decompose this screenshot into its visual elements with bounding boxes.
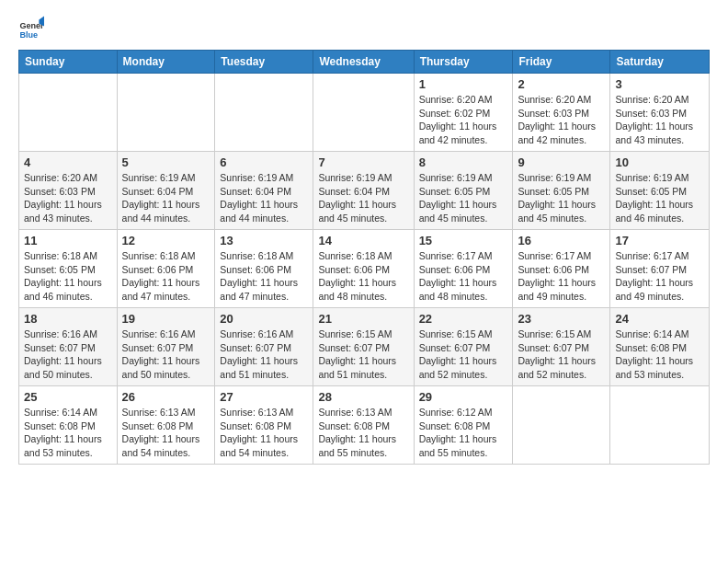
calendar-cell: 23Sunrise: 6:15 AMSunset: 6:07 PMDayligh… — [513, 308, 610, 386]
day-info: Daylight: 11 hours and 42 minutes. — [419, 120, 508, 146]
day-info: Daylight: 11 hours and 55 minutes. — [419, 432, 508, 459]
day-info: Daylight: 11 hours and 50 minutes. — [122, 354, 210, 381]
day-number: 2 — [518, 77, 605, 91]
day-info: Sunrise: 6:12 AM — [419, 406, 508, 419]
calendar-cell: 5Sunrise: 6:19 AMSunset: 6:04 PMDaylight… — [117, 152, 215, 230]
calendar-cell: 10Sunrise: 6:19 AMSunset: 6:05 PMDayligh… — [610, 152, 710, 230]
calendar-cell: 29Sunrise: 6:12 AMSunset: 6:08 PMDayligh… — [414, 386, 513, 465]
day-info: Sunrise: 6:19 AM — [615, 171, 704, 185]
day-number: 19 — [122, 312, 210, 326]
calendar-cell: 9Sunrise: 6:19 AMSunset: 6:05 PMDaylight… — [513, 152, 610, 230]
col-header-wednesday: Wednesday — [313, 51, 414, 74]
day-info: Sunrise: 6:15 AM — [318, 327, 408, 341]
day-info: Sunrise: 6:18 AM — [318, 249, 408, 263]
calendar-cell — [215, 74, 313, 152]
day-info: Sunset: 6:08 PM — [419, 419, 508, 433]
day-info: Sunrise: 6:16 AM — [220, 327, 308, 341]
day-info: Daylight: 11 hours and 44 minutes. — [122, 198, 210, 224]
day-info: Sunset: 6:06 PM — [518, 263, 605, 277]
day-info: Sunrise: 6:20 AM — [24, 171, 112, 185]
day-number: 7 — [318, 155, 408, 169]
day-number: 8 — [419, 155, 508, 169]
day-info: Daylight: 11 hours and 49 minutes. — [615, 276, 704, 303]
day-info: Sunset: 6:05 PM — [518, 185, 605, 199]
day-number: 16 — [518, 234, 605, 247]
day-info: Sunset: 6:07 PM — [419, 341, 508, 355]
day-info: Daylight: 11 hours and 52 minutes. — [419, 354, 508, 381]
day-number: 22 — [419, 312, 508, 326]
day-info: Sunset: 6:04 PM — [122, 185, 210, 199]
day-number: 28 — [318, 390, 408, 404]
day-info: Daylight: 11 hours and 50 minutes. — [24, 354, 112, 381]
calendar-cell: 27Sunrise: 6:13 AMSunset: 6:08 PMDayligh… — [215, 386, 313, 465]
day-number: 24 — [615, 312, 704, 326]
day-number: 6 — [220, 155, 308, 169]
day-number: 14 — [318, 234, 408, 247]
calendar-cell: 1Sunrise: 6:20 AMSunset: 6:02 PMDaylight… — [414, 74, 513, 152]
day-info: Sunset: 6:08 PM — [24, 419, 112, 433]
day-info: Sunrise: 6:14 AM — [24, 406, 112, 419]
calendar-cell: 8Sunrise: 6:19 AMSunset: 6:05 PMDaylight… — [414, 152, 513, 230]
day-info: Daylight: 11 hours and 55 minutes. — [318, 432, 408, 459]
col-header-friday: Friday — [513, 51, 610, 74]
day-number: 17 — [615, 234, 704, 247]
day-info: Sunrise: 6:20 AM — [518, 93, 605, 107]
calendar-header-row: SundayMondayTuesdayWednesdayThursdayFrid… — [19, 51, 710, 74]
day-number: 5 — [122, 155, 210, 169]
day-info: Sunset: 6:07 PM — [615, 263, 704, 277]
calendar-cell: 26Sunrise: 6:13 AMSunset: 6:08 PMDayligh… — [117, 386, 215, 465]
day-info: Daylight: 11 hours and 43 minutes. — [615, 120, 704, 146]
day-number: 25 — [24, 390, 112, 404]
calendar-cell: 18Sunrise: 6:16 AMSunset: 6:07 PMDayligh… — [19, 308, 118, 386]
day-info: Sunrise: 6:14 AM — [615, 327, 704, 341]
day-number: 9 — [518, 155, 605, 169]
day-info: Daylight: 11 hours and 45 minutes. — [318, 198, 408, 224]
day-info: Daylight: 11 hours and 47 minutes. — [122, 276, 210, 303]
day-number: 10 — [615, 155, 704, 169]
day-number: 20 — [220, 312, 308, 326]
day-info: Daylight: 11 hours and 46 minutes. — [24, 276, 112, 303]
day-info: Daylight: 11 hours and 53 minutes. — [24, 432, 112, 459]
day-number: 11 — [24, 234, 112, 247]
day-number: 13 — [220, 234, 308, 247]
calendar-cell: 2Sunrise: 6:20 AMSunset: 6:03 PMDaylight… — [513, 74, 610, 152]
calendar-cell: 11Sunrise: 6:18 AMSunset: 6:05 PMDayligh… — [19, 230, 118, 308]
day-info: Daylight: 11 hours and 51 minutes. — [220, 354, 308, 381]
day-info: Daylight: 11 hours and 48 minutes. — [419, 276, 508, 303]
day-info: Sunrise: 6:20 AM — [615, 93, 704, 107]
day-info: Sunset: 6:02 PM — [419, 107, 508, 121]
day-info: Sunset: 6:07 PM — [318, 341, 408, 355]
day-info: Daylight: 11 hours and 45 minutes. — [518, 198, 605, 224]
calendar-cell: 28Sunrise: 6:13 AMSunset: 6:08 PMDayligh… — [313, 386, 414, 465]
calendar-cell: 6Sunrise: 6:19 AMSunset: 6:04 PMDaylight… — [215, 152, 313, 230]
logo-icon: General Blue — [18, 15, 44, 40]
day-number: 29 — [419, 390, 508, 404]
day-info: Daylight: 11 hours and 53 minutes. — [615, 354, 704, 381]
week-row-1: 1Sunrise: 6:20 AMSunset: 6:02 PMDaylight… — [19, 74, 710, 152]
calendar-cell: 22Sunrise: 6:15 AMSunset: 6:07 PMDayligh… — [414, 308, 513, 386]
calendar-cell: 19Sunrise: 6:16 AMSunset: 6:07 PMDayligh… — [117, 308, 215, 386]
calendar-cell: 4Sunrise: 6:20 AMSunset: 6:03 PMDaylight… — [19, 152, 118, 230]
day-number: 26 — [122, 390, 210, 404]
day-info: Sunrise: 6:19 AM — [419, 171, 508, 185]
day-info: Daylight: 11 hours and 48 minutes. — [318, 276, 408, 303]
day-info: Sunset: 6:08 PM — [615, 341, 704, 355]
day-info: Sunset: 6:07 PM — [122, 341, 210, 355]
calendar-cell: 12Sunrise: 6:18 AMSunset: 6:06 PMDayligh… — [117, 230, 215, 308]
day-info: Sunset: 6:03 PM — [518, 107, 605, 121]
col-header-sunday: Sunday — [19, 51, 118, 74]
calendar-cell — [313, 74, 414, 152]
day-info: Sunrise: 6:20 AM — [419, 93, 508, 107]
day-info: Sunrise: 6:19 AM — [518, 171, 605, 185]
day-info: Sunrise: 6:17 AM — [615, 249, 704, 263]
day-info: Sunrise: 6:18 AM — [122, 249, 210, 263]
day-info: Daylight: 11 hours and 49 minutes. — [518, 276, 605, 303]
day-info: Sunrise: 6:16 AM — [24, 327, 112, 341]
calendar-cell: 7Sunrise: 6:19 AMSunset: 6:04 PMDaylight… — [313, 152, 414, 230]
day-info: Daylight: 11 hours and 47 minutes. — [220, 276, 308, 303]
day-info: Sunrise: 6:16 AM — [122, 327, 210, 341]
day-info: Sunset: 6:04 PM — [220, 185, 308, 199]
day-info: Sunset: 6:04 PM — [318, 185, 408, 199]
day-info: Daylight: 11 hours and 52 minutes. — [518, 354, 605, 381]
calendar-cell: 15Sunrise: 6:17 AMSunset: 6:06 PMDayligh… — [414, 230, 513, 308]
